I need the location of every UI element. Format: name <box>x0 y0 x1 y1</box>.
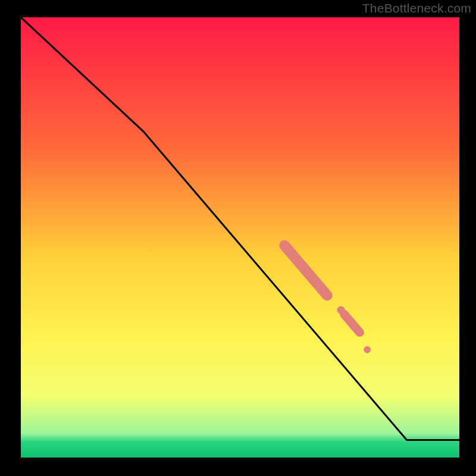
chart-stage: TheBottleneck.com <box>0 0 476 476</box>
marker-dot <box>364 346 371 353</box>
chart-svg <box>0 0 476 476</box>
plot-area <box>21 17 459 458</box>
watermark-text: TheBottleneck.com <box>362 1 471 15</box>
